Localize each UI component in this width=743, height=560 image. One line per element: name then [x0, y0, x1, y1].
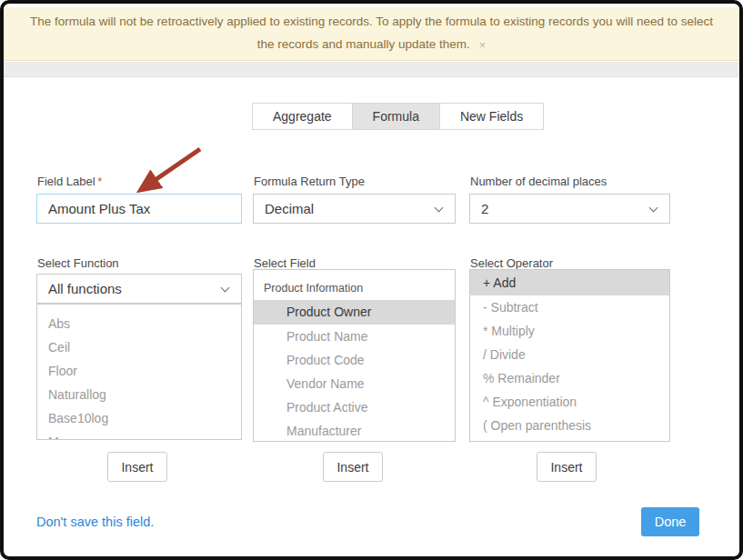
warning-banner-line1: The formula will not be retroactively ap…: [30, 11, 713, 34]
list-item-field[interactable]: Product Code: [254, 348, 455, 372]
list-item-operator[interactable]: / Divide: [470, 343, 669, 366]
return-type-select[interactable]: Decimal: [253, 194, 456, 224]
function-list: Abs Ceil Floor Naturallog Base10log Max: [36, 304, 242, 440]
required-asterisk: *: [98, 175, 103, 188]
operator-list: + Add - Subtract * Multiply / Divide % R…: [469, 269, 670, 442]
banner-close-icon[interactable]: ×: [479, 39, 487, 51]
list-item-operator[interactable]: ( Open parenthesis: [470, 414, 669, 437]
decimal-places-caption: Number of decimal places: [470, 175, 607, 188]
chevron-down-icon: [221, 284, 230, 293]
insert-operator-button[interactable]: Insert: [537, 452, 597, 482]
list-item-function[interactable]: Base10log: [37, 406, 241, 430]
list-item-operator-selected[interactable]: + Add: [470, 270, 669, 295]
field-label-input[interactable]: [36, 194, 242, 224]
list-item-function[interactable]: Naturallog: [37, 383, 241, 406]
list-item-operator[interactable]: ^ Exponentiation: [470, 390, 669, 414]
list-item-field-selected[interactable]: Product Owner: [254, 300, 455, 325]
select-function-caption: Select Function: [37, 256, 119, 270]
list-item-field[interactable]: Vendor Name: [254, 372, 455, 395]
warning-banner: The formula will not be retroactively ap…: [4, 7, 739, 61]
list-item-operator[interactable]: - Subtract: [470, 295, 669, 319]
tab-formula[interactable]: Formula: [352, 104, 439, 129]
warning-banner-line2: the records and manually update them.: [257, 34, 470, 56]
return-type-caption: Formula Return Type: [254, 175, 365, 188]
decimal-places-select[interactable]: 2: [469, 194, 670, 224]
function-filter-select[interactable]: All functions: [36, 274, 242, 304]
list-item-function[interactable]: Floor: [37, 359, 241, 383]
tab-bar: Aggregate Formula New Fields: [252, 103, 544, 130]
list-item-field[interactable]: Manufacturer: [254, 419, 455, 442]
select-operator-caption: Select Operator: [470, 256, 553, 270]
list-item-operator[interactable]: % Remainder: [470, 366, 669, 390]
insert-field-button[interactable]: Insert: [323, 452, 383, 482]
dont-save-link[interactable]: Don't save this field.: [36, 515, 154, 529]
header-divider-strip: [4, 62, 739, 77]
select-field-caption: Select Field: [254, 256, 316, 270]
field-group-label: Product Information: [254, 270, 455, 300]
dialog-frame: The formula will not be retroactively ap…: [0, 0, 743, 560]
insert-function-button[interactable]: Insert: [107, 452, 167, 482]
chevron-down-icon: [435, 204, 444, 213]
done-button[interactable]: Done: [641, 507, 699, 536]
chevron-down-icon: [649, 204, 658, 213]
tab-new-fields[interactable]: New Fields: [439, 104, 543, 129]
list-item-field[interactable]: Product Active: [254, 395, 455, 419]
list-item-operator[interactable]: * Multiply: [470, 319, 669, 343]
list-item-function[interactable]: Abs: [37, 312, 241, 335]
list-item-field[interactable]: Product Name: [254, 325, 455, 348]
list-item-function[interactable]: Ceil: [37, 335, 241, 359]
field-list: Product Information Product Owner Produc…: [253, 269, 456, 442]
tab-aggregate[interactable]: Aggregate: [253, 104, 352, 129]
field-label-caption: Field Label*: [37, 175, 102, 188]
list-item-function[interactable]: Max: [37, 430, 241, 440]
